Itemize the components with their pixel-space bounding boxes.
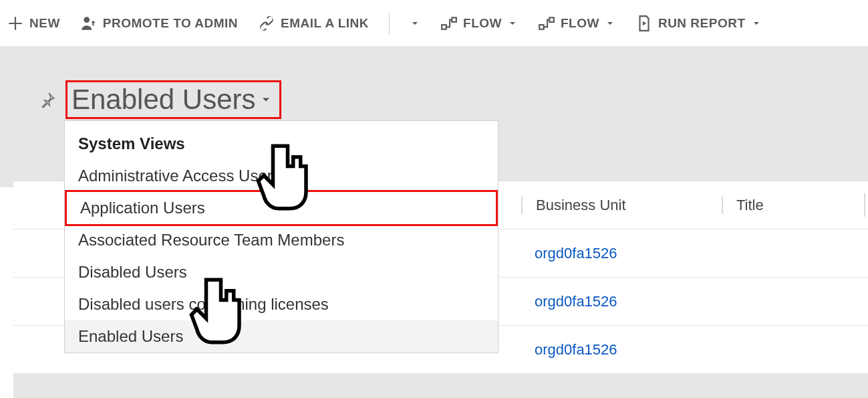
plus-icon [7, 15, 24, 32]
column-header-title[interactable]: Title [722, 197, 864, 214]
promote-icon [80, 15, 98, 32]
flow-button-2[interactable]: FLOW [538, 15, 615, 32]
separator [389, 13, 390, 34]
svg-rect-4 [549, 17, 554, 21]
chevron-down-icon [751, 18, 762, 29]
pin-icon[interactable] [39, 91, 56, 108]
content-area: Enabled Users Business Unit Title orgd0f… [0, 47, 868, 398]
new-label: NEW [29, 16, 60, 31]
chevron-down-icon [507, 18, 518, 29]
view-option-associated-team[interactable]: Associated Resource Team Members [65, 224, 498, 256]
chevron-down-icon [605, 18, 615, 29]
new-button[interactable]: NEW [7, 15, 60, 32]
chevron-down-icon [410, 18, 420, 29]
dropdown-section-header: System Views [65, 130, 498, 160]
view-option-admin-access[interactable]: Administrative Access Users [65, 160, 498, 192]
run-report-button[interactable]: RUN REPORT [635, 15, 762, 32]
report-icon [635, 15, 653, 32]
column-header-business-unit[interactable]: Business Unit [521, 197, 722, 214]
svg-point-0 [84, 17, 90, 23]
flow-icon [538, 15, 555, 32]
email-link-label: EMAIL A LINK [281, 16, 369, 31]
promote-label: PROMOTE TO ADMIN [103, 16, 238, 31]
view-option-disabled-users[interactable]: Disabled Users [65, 256, 498, 288]
view-header: Enabled Users [39, 80, 868, 119]
flow-label-1: FLOW [463, 16, 502, 31]
view-title: Enabled Users [71, 84, 255, 116]
promote-button[interactable]: PROMOTE TO ADMIN [80, 15, 238, 32]
email-link-button[interactable]: EMAIL A LINK [258, 15, 369, 32]
cell-business-unit[interactable]: orgd0fa1526 [521, 293, 722, 310]
chevron-down-icon [259, 93, 273, 106]
view-dropdown: System Views Administrative Access Users… [64, 120, 498, 353]
cell-business-unit[interactable]: orgd0fa1526 [521, 245, 722, 262]
gutter [0, 187, 13, 398]
run-report-label: RUN REPORT [658, 16, 746, 31]
flow-icon [440, 15, 458, 32]
svg-rect-3 [539, 25, 544, 29]
command-bar: NEW PROMOTE TO ADMIN EMAIL A LINK FLOW F… [0, 0, 868, 47]
view-option-disabled-licenses[interactable]: Disabled users consuming licenses [65, 288, 498, 320]
view-option-enabled-users[interactable]: Enabled Users [65, 320, 498, 353]
link-icon [258, 15, 275, 32]
svg-rect-1 [442, 25, 446, 29]
email-link-dropdown[interactable] [410, 18, 420, 29]
flow-label-2: FLOW [561, 16, 599, 31]
flow-button-1[interactable]: FLOW [440, 15, 518, 32]
view-option-application-users[interactable]: Application Users [65, 190, 498, 226]
svg-rect-2 [452, 17, 456, 21]
cell-business-unit[interactable]: orgd0fa1526 [521, 341, 722, 359]
view-selector[interactable]: Enabled Users [65, 80, 281, 119]
